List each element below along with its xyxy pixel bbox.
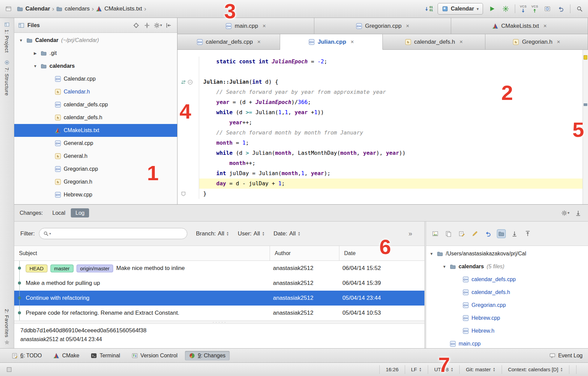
toolwindow-button-cmake[interactable]: CMake [49,351,83,360]
edit-source-button[interactable] [457,229,466,238]
chevron-down-icon[interactable]: ▼ [18,38,24,42]
hide-panel-button[interactable] [164,21,173,30]
toggle-stripes-icon[interactable] [5,365,14,374]
code-line[interactable]: year++; [177,118,583,128]
breadcrumb-item[interactable]: calendars [55,5,91,13]
stripe-button-favorites[interactable]: 2: Favorites [4,309,10,345]
log-filter-input[interactable]: ▾ [39,228,187,239]
commit-row[interactable]: HEADmasterorigin/masterMake nice method … [14,261,424,276]
changes-tab-local[interactable]: Local [48,208,70,217]
editor-gutter[interactable] [177,57,199,67]
file-tree-item[interactable]: ▶hcalendar_defs.h [14,111,177,124]
editor-gutter[interactable] [177,67,199,77]
settings-button[interactable]: ▾ [153,21,162,30]
close-tab-icon[interactable]: × [257,39,261,45]
code-line[interactable]: day = d - julDay + 1; [177,179,583,189]
close-tab-icon[interactable]: × [557,39,560,45]
close-tab-icon[interactable]: × [262,23,266,29]
incoming-changes-indicator[interactable]: 0101 [424,6,433,12]
editor-tab[interactable]: C++Gregorian.cpp× [314,18,451,34]
commit-row[interactable]: Make a method for pulling upanastasiak25… [14,276,424,291]
recent-changes-button[interactable] [543,4,552,13]
code-line[interactable]: month = 1; [177,138,583,148]
context-select[interactable]: Context: calendars [D] [502,365,569,374]
editor-gutter[interactable] [177,148,199,158]
file-tree-item[interactable]: ▶CMakeLists.txt [14,124,177,137]
toolwindow-button-6-todo[interactable]: 6: TODO [7,351,46,360]
code-line[interactable]: // Search forward month by month from Ja… [177,128,583,138]
expand-all-button[interactable] [510,229,519,238]
editor-tab[interactable]: hcalendar_defs.h× [383,34,485,50]
changes-tab-log[interactable]: Log [71,208,89,217]
code-line[interactable]: while (d >= Julian(1,1, year +1)) [177,107,583,118]
collapse-all-button[interactable] [523,229,532,238]
file-tree-item[interactable]: ▼calendars [14,60,177,72]
rollback-button[interactable] [484,229,492,238]
vcs-commit-button[interactable]: VCS [531,5,538,13]
toolwindow-button-version-control[interactable]: Version Control [128,351,182,360]
code-line[interactable]: month++; [177,158,583,168]
editor-gutter[interactable] [177,158,199,168]
commit-row[interactable]: Continue with refactoringanastasiak25120… [14,291,424,306]
fold-minus-icon[interactable] [188,80,193,85]
collapse-all-button[interactable] [143,21,151,30]
toolwindow-button-9-changes[interactable]: 9: Changes [185,351,230,360]
editor-gutter[interactable] [177,128,199,138]
preview-diff-button[interactable] [431,229,440,238]
branch-tag[interactable]: origin/master [77,265,113,272]
chevron-down-icon[interactable]: ▼ [429,252,434,256]
file-tree-item[interactable]: ▶C++Hebrew.cpp [14,188,177,201]
changed-file-item[interactable]: ▶C++main.cpp [426,337,588,348]
file-tree-item[interactable]: ▶C++General.cpp [14,137,177,150]
editor-gutter[interactable] [177,168,199,179]
branch-filter[interactable]: Branch: All [196,230,229,237]
editor-tab[interactable]: C++main.cpp× [177,18,314,34]
file-tree-item[interactable]: ▼Calendar(~/prj/Calendar) [14,34,177,47]
column-header-subject[interactable]: Subject [14,246,270,260]
changed-file-item[interactable]: ▶C++Hebrew.cpp [426,312,588,325]
changed-file-item[interactable]: ▶C++Hebrew.h [426,325,588,337]
chevron-down-icon[interactable]: ▼ [442,265,447,269]
annotate-button[interactable] [470,229,479,238]
settings-button[interactable]: ▾ [561,209,570,217]
download-icon[interactable] [574,209,583,217]
caret-position-mark[interactable] [584,103,587,106]
file-tree-item[interactable]: ▶hCalendar.h [14,85,177,98]
warning-mark[interactable] [584,55,587,60]
run-button[interactable] [488,4,497,13]
changed-file-item[interactable]: ▶C++calendar_defs.cpp [426,273,588,286]
close-tab-icon[interactable]: × [543,23,547,29]
code-line[interactable]: static const int JulianEpoch = -2; [177,57,583,67]
window-menu-icon[interactable] [4,4,13,13]
code-line[interactable]: int julDay = Julian(month,1, year); [177,168,583,179]
editor-gutter[interactable] [177,138,199,148]
group-by-folder-button[interactable] [497,229,506,238]
file-tree-item[interactable]: ▶C++Calendar.cpp [14,72,177,85]
stripe-button-project[interactable]: 1: Project [4,22,10,53]
branch-tag[interactable]: HEAD [26,265,47,272]
fold-end-icon[interactable] [181,191,186,196]
editor-tab[interactable]: hGregorian.h× [485,34,588,50]
toolwindow-button-terminal[interactable]: Terminal [87,351,124,360]
commit-row[interactable]: Prepare code for refactoring. Rename and… [14,306,424,320]
changed-file-item[interactable]: ▼calendars(5 files) [426,260,588,273]
line-ending-select[interactable]: LF [405,365,428,374]
override-icon[interactable] [181,80,186,85]
undo-button[interactable] [556,4,565,13]
hector-icon[interactable] [576,365,583,374]
git-branch-select[interactable]: Git: master [459,365,501,374]
stripe-button-structure[interactable]: 7: Structure [4,60,10,96]
editor-tab[interactable]: C++Julian.cpp× [280,34,383,50]
search-everywhere-button[interactable] [575,4,584,13]
file-tree-item[interactable]: ▶hGeneral.h [14,150,177,163]
code-line[interactable]: Julian::Julian(int d) { [177,77,583,87]
editor-gutter[interactable] [177,87,199,97]
lock-icon[interactable] [569,365,576,374]
breadcrumb-item[interactable]: Calendar [16,5,51,13]
changed-file-item[interactable]: ▶C++Gregorian.cpp [426,299,588,312]
changed-file-item[interactable]: ▼/Users/anastasiakazakova/prj/Cal [426,247,588,260]
more-filters-chevron[interactable]: » [408,230,412,237]
log-details-splitter[interactable] [14,320,424,324]
editor-gutter[interactable] [177,179,199,189]
editor-tab[interactable]: C++calendar_defs.cpp× [177,34,280,50]
